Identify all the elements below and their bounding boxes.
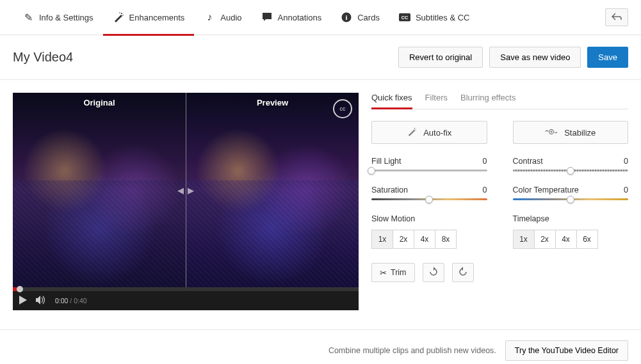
info-circle-icon: i	[341, 12, 352, 23]
fill-light-slider[interactable]	[371, 170, 487, 171]
scissors-icon: ✂	[380, 268, 387, 278]
music-note-icon: ♪	[204, 12, 215, 23]
button-label: Auto-fix	[423, 128, 451, 138]
cc-icon: CC	[399, 12, 410, 23]
rotate-right-button[interactable]	[423, 263, 444, 282]
svg-point-10	[551, 131, 553, 132]
current-time: 0:00	[55, 297, 68, 305]
slow-motion-segment: 1x 2x 4x 8x	[371, 230, 487, 249]
contrast-slider[interactable]	[513, 170, 629, 171]
slowmo-1x[interactable]: 1x	[371, 230, 393, 249]
svg-text:CC: CC	[402, 15, 408, 20]
subtab-blurring[interactable]: Blurring effects	[460, 93, 515, 109]
color-temp-value: 0	[624, 186, 628, 194]
tab-label: Info & Settings	[39, 13, 93, 22]
auto-fix-button[interactable]: Auto-fix	[371, 121, 487, 144]
wand-icon	[113, 12, 124, 23]
stabilize-icon	[545, 127, 558, 138]
button-label: Trim	[391, 268, 407, 277]
video-title: My Video4	[13, 50, 392, 65]
tab-label: Enhancements	[129, 13, 185, 22]
saturation-value: 0	[483, 186, 487, 194]
saturation-label: Saturation	[371, 186, 408, 194]
tab-label: Cards	[357, 13, 380, 22]
tab-enhancements[interactable]: Enhancements	[103, 0, 195, 35]
rotate-left-icon	[458, 267, 468, 279]
tab-annotations[interactable]: Annotations	[252, 0, 332, 35]
tab-subtitles[interactable]: CC Subtitles & CC	[389, 0, 480, 35]
comparison-divider-icon[interactable]: ◂ ▸	[177, 182, 194, 198]
svg-point-8	[416, 129, 416, 130]
timelapse-label: Timelapse	[513, 214, 629, 223]
play-button[interactable]	[19, 296, 27, 306]
original-label: Original	[83, 98, 115, 107]
contrast-value: 0	[624, 157, 628, 166]
svg-point-0	[121, 13, 122, 14]
watermark-icon: cc	[333, 99, 352, 118]
tab-audio[interactable]: ♪ Audio	[194, 0, 251, 35]
rotate-left-button[interactable]	[452, 263, 474, 282]
slowmo-8x[interactable]: 8x	[435, 230, 457, 249]
svg-point-2	[119, 12, 120, 13]
color-temp-slider[interactable]	[513, 198, 629, 200]
subtab-quick-fixes[interactable]: Quick fixes	[371, 93, 412, 109]
svg-point-7	[414, 127, 416, 129]
tab-label: Subtitles & CC	[416, 13, 470, 22]
duration: / 0:40	[68, 297, 86, 305]
volume-button[interactable]	[36, 296, 46, 306]
contrast-label: Contrast	[513, 157, 543, 166]
save-button[interactable]: Save	[587, 47, 628, 68]
tab-label: Annotations	[278, 13, 322, 22]
preview-label: Preview	[257, 98, 288, 107]
slider-handle[interactable]	[567, 167, 574, 175]
video-preview: Original Preview cc ◂ ▸	[13, 93, 359, 287]
reply-arrow-icon	[612, 13, 622, 22]
fill-light-label: Fill Light	[371, 157, 402, 166]
subtab-filters[interactable]: Filters	[425, 93, 448, 109]
wand-icon	[407, 127, 417, 139]
timelapse-6x[interactable]: 6x	[576, 230, 598, 249]
slider-handle[interactable]	[425, 196, 433, 203]
video-scrubber[interactable]	[13, 287, 359, 291]
trim-button[interactable]: ✂ Trim	[371, 263, 415, 282]
tab-label: Audio	[220, 13, 241, 22]
saturation-slider[interactable]	[371, 198, 487, 200]
scrubber-handle[interactable]	[17, 286, 23, 292]
reply-button[interactable]	[605, 8, 628, 26]
slider-handle[interactable]	[368, 167, 375, 175]
try-editor-button[interactable]: Try the YouTube Video Editor	[505, 340, 628, 361]
save-as-new-button[interactable]: Save as new video	[489, 47, 581, 68]
color-temp-label: Color Temperature	[513, 186, 579, 194]
timelapse-segment: 1x 2x 4x 6x	[513, 230, 629, 249]
slowmo-2x[interactable]: 2x	[393, 230, 414, 249]
pencil-icon: ✎	[22, 12, 34, 23]
timelapse-2x[interactable]: 2x	[534, 230, 556, 249]
rotate-right-icon	[428, 267, 439, 279]
tab-cards[interactable]: i Cards	[331, 0, 389, 35]
revert-button[interactable]: Revert to original	[398, 47, 483, 68]
tab-info-settings[interactable]: ✎ Info & Settings	[13, 0, 103, 35]
fill-light-value: 0	[483, 157, 487, 166]
speech-bubble-icon	[261, 12, 273, 23]
timelapse-1x[interactable]: 1x	[513, 230, 535, 249]
footer-text: Combine multiple clips and publish new v…	[329, 346, 496, 355]
slowmo-4x[interactable]: 4x	[414, 230, 435, 249]
timelapse-4x[interactable]: 4x	[555, 230, 577, 249]
stabilize-button[interactable]: Stabilize	[513, 121, 629, 144]
svg-point-1	[122, 15, 124, 16]
button-label: Stabilize	[564, 128, 596, 138]
slider-handle[interactable]	[567, 196, 574, 203]
slow-motion-label: Slow Motion	[371, 214, 487, 223]
svg-text:i: i	[346, 13, 348, 21]
